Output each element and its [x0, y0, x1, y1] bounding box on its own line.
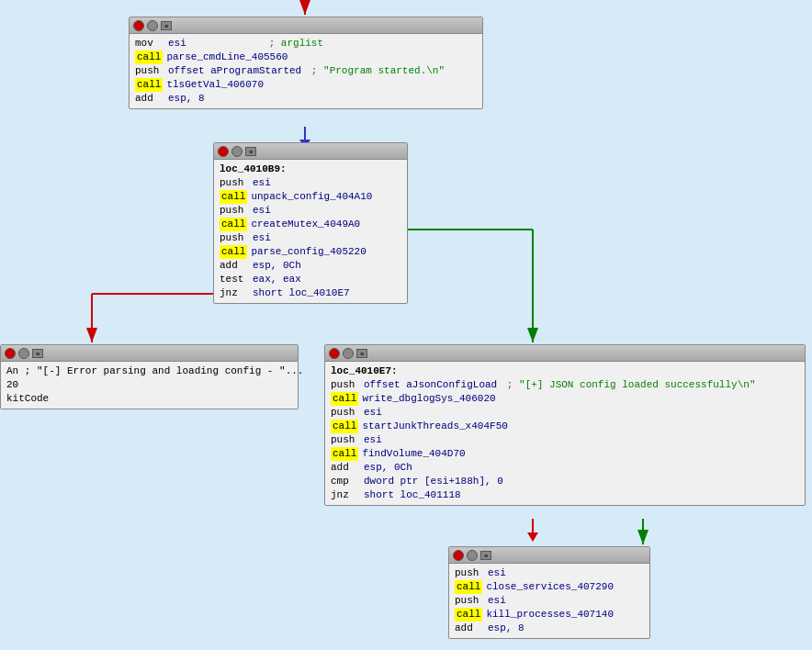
code-block-1: ≡ mov esi ; arglist call parse_cmdLine_4…: [129, 17, 483, 109]
btn-red-1[interactable]: [133, 20, 144, 31]
line-5-1: push esi: [455, 566, 644, 580]
line-2-3: push esi: [220, 204, 401, 218]
line-2-2: call unpack_config_404A10: [220, 190, 401, 204]
line-1-5: add esp, 8: [135, 92, 477, 106]
btn-icon-1[interactable]: ≡: [161, 21, 172, 30]
line-1-2: call parse_cmdLine_405560: [135, 50, 477, 64]
line-4-1: push offset aJsonConfigLoad ; "[+] JSON …: [331, 378, 799, 392]
line-4-9: jnz short loc_401118: [331, 488, 799, 502]
svg-marker-5: [527, 532, 538, 542]
line-2-6: call parse_config_405220: [220, 245, 401, 259]
line-5-2: call close_services_407290: [455, 580, 644, 594]
line-4-6: call findVolume_404D70: [331, 447, 799, 461]
line-2-0: loc_4010B9:: [220, 162, 401, 176]
line-2-9: jnz short loc_4010E7: [220, 286, 401, 300]
btn-red-2[interactable]: [218, 146, 229, 157]
content-4: loc_4010E7: push offset aJsonConfigLoad …: [325, 362, 805, 505]
line-2-7: add esp, 0Ch: [220, 259, 401, 273]
content-5: push esi call close_services_407290 push…: [449, 564, 649, 638]
line-4-3: push esi: [331, 406, 799, 420]
titlebar-5: ≡: [449, 547, 649, 564]
btn-icon-5[interactable]: ≡: [480, 551, 491, 560]
line-4-2: call write_dbglogSys_406020: [331, 392, 799, 406]
line-4-4: call startJunkThreads_x404F50: [331, 420, 799, 433]
line-3-1: An ; "[-] Error parsing and loading conf…: [6, 364, 292, 378]
btn-icon-3[interactable]: ≡: [32, 349, 43, 358]
code-block-3: ≡ An ; "[-] Error parsing and loading co…: [0, 344, 299, 409]
btn-gray-1[interactable]: [147, 20, 158, 31]
btn-red-3[interactable]: [5, 348, 16, 359]
line-3-3: kitCode: [6, 392, 292, 406]
code-block-5: ≡ push esi call close_services_407290 pu…: [448, 546, 650, 639]
line-5-4: call kill_processes_407140: [455, 608, 644, 622]
line-1-1: mov esi ; arglist: [135, 37, 477, 50]
btn-icon-2[interactable]: ≡: [245, 147, 256, 156]
content-1: mov esi ; arglist call parse_cmdLine_405…: [130, 34, 482, 108]
line-2-1: push esi: [220, 176, 401, 190]
code-block-2: ≡ loc_4010B9: push esi call unpack_confi…: [213, 142, 408, 304]
line-4-7: add esp, 0Ch: [331, 461, 799, 475]
btn-gray-3[interactable]: [18, 348, 29, 359]
btn-red-5[interactable]: [453, 550, 464, 561]
line-2-5: push esi: [220, 231, 401, 245]
titlebar-3: ≡: [1, 345, 298, 362]
line-2-4: call createMutex_4049A0: [220, 218, 401, 231]
code-block-4: ≡ loc_4010E7: push offset aJsonConfigLoa…: [324, 344, 806, 506]
btn-gray-4[interactable]: [343, 348, 354, 359]
line-1-3: push offset aProgramStarted ; "Program s…: [135, 64, 477, 78]
btn-icon-4[interactable]: ≡: [356, 349, 367, 358]
btn-gray-5[interactable]: [467, 550, 478, 561]
content-3: An ; "[-] Error parsing and loading conf…: [1, 362, 298, 409]
line-4-8: cmp dword ptr [esi+188h], 0: [331, 475, 799, 488]
titlebar-1: ≡: [130, 17, 482, 34]
line-2-8: test eax, eax: [220, 273, 401, 286]
btn-red-4[interactable]: [329, 348, 340, 359]
line-5-3: push esi: [455, 594, 644, 608]
content-2: loc_4010B9: push esi call unpack_config_…: [214, 160, 407, 303]
line-4-0: loc_4010E7:: [331, 364, 799, 378]
btn-gray-2[interactable]: [231, 146, 242, 157]
line-5-5: add esp, 8: [455, 622, 644, 635]
line-3-2: 20: [6, 378, 292, 392]
line-1-4: call tlsGetVal_406070: [135, 78, 477, 92]
line-4-5: push esi: [331, 433, 799, 447]
titlebar-2: ≡: [214, 143, 407, 160]
titlebar-4: ≡: [325, 345, 805, 362]
